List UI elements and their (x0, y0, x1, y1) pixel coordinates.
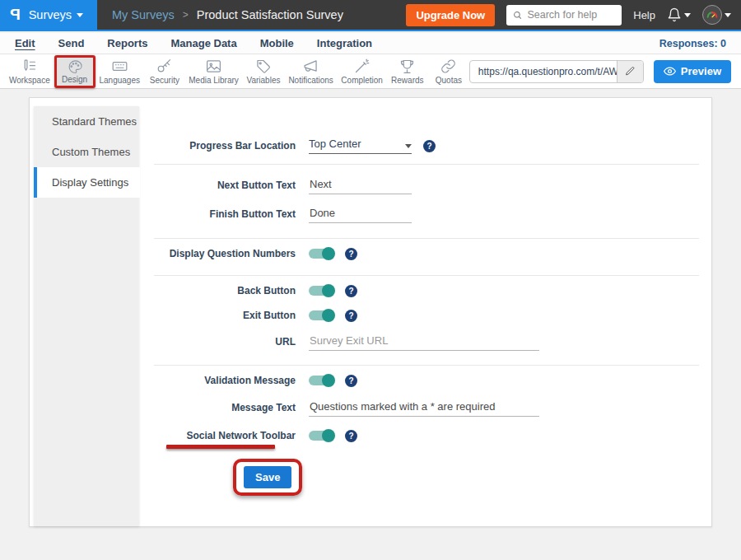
help-icon[interactable]: ? (345, 248, 357, 260)
gauge-icon (706, 8, 719, 21)
back-button-row: Back Button ? (139, 278, 711, 303)
nav-tab-mobile[interactable]: Mobile (260, 37, 294, 49)
validation-message-row: Validation Message ? (139, 368, 711, 393)
help-icon[interactable]: ? (423, 140, 436, 152)
sidebar-item-standard-themes[interactable]: Standard Themes (34, 106, 139, 137)
social-network-toolbar-label: Social Network Toolbar (139, 430, 296, 441)
progress-bar-location-select[interactable]: Top Center (309, 138, 412, 154)
nav-tab-send[interactable]: Send (58, 37, 85, 49)
exit-url-input[interactable] (309, 333, 539, 351)
help-search-box[interactable] (506, 5, 622, 26)
help-icon[interactable]: ? (345, 430, 357, 442)
toolbar-label: Languages (99, 76, 140, 85)
toolbar-item-design[interactable]: Design (54, 55, 96, 88)
message-text-input[interactable] (309, 399, 539, 417)
display-question-numbers-label: Display Question Numbers (139, 248, 296, 259)
sidebar-item-custom-themes[interactable]: Custom Themes (34, 137, 139, 167)
help-link[interactable]: Help (633, 9, 655, 21)
toolbar-item-variables[interactable]: Variables (242, 55, 284, 88)
toolbar-item-completion[interactable]: Completion (338, 55, 387, 88)
nav-tab-manage-data[interactable]: Manage Data (170, 37, 236, 49)
exit-button-row: Exit Button ? (139, 303, 711, 328)
exit-button-toggle[interactable] (309, 310, 333, 320)
sidebar-item-display-settings[interactable]: Display Settings (34, 167, 140, 198)
design-sidebar: Standard Themes Custom Themes Display Se… (34, 106, 139, 526)
exit-url-row: URL (139, 329, 711, 354)
survey-url-field[interactable]: https://qa.questionpro.com/t/AW22Zcq2J (469, 60, 644, 83)
help-icon[interactable]: ? (345, 310, 357, 322)
survey-url-text: https://qa.questionpro.com/t/AW22Zcq2J (470, 66, 617, 77)
toggle-knob (322, 284, 335, 297)
display-question-numbers-row: Display Question Numbers ? (139, 241, 711, 266)
help-icon[interactable]: ? (345, 285, 357, 297)
search-icon (513, 10, 522, 21)
breadcrumb-my-surveys[interactable]: My Surveys (112, 8, 175, 21)
top-header: P Surveys My Surveys > Product Satisfact… (0, 0, 741, 31)
toggle-knob (322, 374, 335, 387)
eye-icon (664, 65, 676, 77)
social-network-toolbar-toggle[interactable] (309, 431, 333, 441)
toggle-knob (322, 247, 335, 260)
toolbar-item-languages[interactable]: Languages (96, 55, 144, 88)
next-button-text-row: Next Button Text (139, 173, 711, 198)
next-button-text-input[interactable] (309, 176, 412, 194)
security-icon (156, 58, 173, 75)
questionpro-logo: P (10, 6, 21, 24)
responses-count[interactable]: Responses: 0 (659, 38, 726, 49)
preview-button-label: Preview (681, 65, 721, 77)
notifications-icon (302, 58, 319, 75)
rewards-icon (398, 58, 416, 75)
survey-url-group: https://qa.questionpro.com/t/AW22Zcq2J P… (469, 60, 741, 83)
page-title: Product Satisfaction Survey (197, 8, 343, 21)
chevron-down-icon (77, 13, 83, 17)
toolbar-label: Notifications (288, 76, 333, 85)
help-icon[interactable]: ? (345, 375, 357, 387)
edit-toolbar: Workspace Design Languages Security Medi… (0, 54, 741, 89)
toolbar-item-media-library[interactable]: Media Library (185, 55, 242, 88)
completion-icon (353, 58, 370, 75)
progress-bar-location-label: Progress Bar Location (139, 140, 296, 152)
toolbar-item-workspace[interactable]: Workspace (5, 55, 54, 88)
toolbar-label: Security (150, 76, 179, 85)
red-box-annotation: Save (233, 459, 302, 496)
toolbar-label: Design (62, 75, 87, 84)
quotas-icon (440, 58, 457, 75)
surveys-menu[interactable]: Surveys (29, 8, 83, 21)
upgrade-now-button[interactable]: Upgrade Now (406, 4, 495, 26)
pencil-icon (625, 66, 636, 77)
save-button[interactable]: Save (244, 466, 291, 488)
finish-button-text-row: Finish Button Text (139, 202, 711, 226)
display-question-numbers-toggle[interactable] (309, 249, 333, 259)
back-button-toggle[interactable] (309, 286, 333, 296)
nav-tab-edit[interactable]: Edit (15, 37, 35, 49)
app-window: P Surveys My Surveys > Product Satisfact… (0, 0, 741, 560)
nav-tab-reports[interactable]: Reports (107, 37, 147, 49)
chevron-down-icon (405, 144, 412, 148)
toolbar-item-rewards[interactable]: Rewards (387, 55, 428, 88)
validation-message-toggle[interactable] (309, 376, 333, 385)
section-divider (154, 164, 699, 165)
next-button-text-label: Next Button Text (139, 180, 296, 191)
preview-button[interactable]: Preview (654, 60, 731, 83)
survey-nav: Edit Send Reports Manage Data Mobile Int… (0, 33, 741, 54)
finish-button-text-input[interactable] (309, 205, 412, 223)
display-settings-form: Progress Bar Location Top Center ? Next … (139, 98, 711, 526)
nav-tab-integration[interactable]: Integration (317, 37, 372, 49)
toolbar-item-security[interactable]: Security (144, 55, 185, 88)
languages-icon (111, 58, 128, 75)
account-menu[interactable] (702, 5, 731, 25)
edit-url-button[interactable] (617, 60, 643, 83)
toolbar-label: Workspace (9, 76, 50, 85)
red-underline-annotation (166, 445, 275, 449)
product-switcher[interactable]: P Surveys (0, 0, 97, 30)
search-input[interactable] (527, 9, 615, 21)
toolbar-item-notifications[interactable]: Notifications (285, 55, 338, 88)
progress-bar-location-row: Progress Bar Location Top Center ? (139, 133, 711, 158)
toolbar-label: Variables (247, 76, 281, 85)
toolbar-label: Quotas (436, 76, 462, 85)
section-divider (154, 275, 699, 276)
notifications-menu[interactable] (667, 7, 691, 22)
toggle-knob (322, 309, 335, 322)
message-text-row: Message Text (139, 395, 711, 420)
toolbar-item-quotas[interactable]: Quotas (428, 55, 469, 88)
